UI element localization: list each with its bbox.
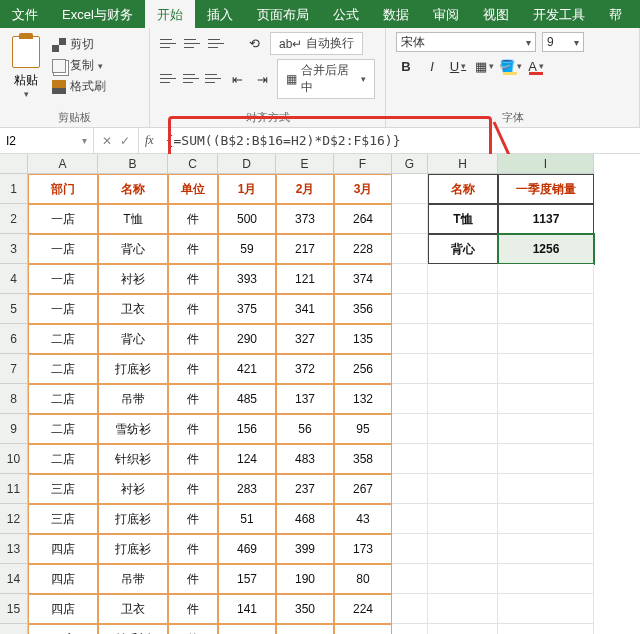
cell-G16[interactable] [392, 624, 428, 634]
cell-C5[interactable]: 件 [168, 294, 218, 324]
tab-review[interactable]: 审阅 [421, 0, 471, 28]
cell-H11[interactable] [428, 474, 498, 504]
row-header-4[interactable]: 4 [0, 264, 28, 294]
cell-C6[interactable]: 件 [168, 324, 218, 354]
cell-G9[interactable] [392, 414, 428, 444]
cell-H3[interactable]: 背心 [428, 234, 498, 264]
cell-E3[interactable]: 217 [276, 234, 334, 264]
cell-C9[interactable]: 件 [168, 414, 218, 444]
cell-G7[interactable] [392, 354, 428, 384]
cell-G8[interactable] [392, 384, 428, 414]
cell-F5[interactable]: 356 [334, 294, 392, 324]
cell-E7[interactable]: 372 [276, 354, 334, 384]
cell-F13[interactable]: 173 [334, 534, 392, 564]
cell-G5[interactable] [392, 294, 428, 324]
cell-A11[interactable]: 三店 [28, 474, 98, 504]
col-header-F[interactable]: F [334, 154, 392, 174]
tab-insert[interactable]: 插入 [195, 0, 245, 28]
cell-A3[interactable]: 一店 [28, 234, 98, 264]
cell-F8[interactable]: 132 [334, 384, 392, 414]
cell-H10[interactable] [428, 444, 498, 474]
indent-inc-icon[interactable]: ⇥ [253, 69, 272, 89]
cell-D4[interactable]: 393 [218, 264, 276, 294]
cell-C10[interactable]: 件 [168, 444, 218, 474]
cell-H5[interactable] [428, 294, 498, 324]
row-header-13[interactable]: 13 [0, 534, 28, 564]
col-header-H[interactable]: H [428, 154, 498, 174]
cell-F11[interactable]: 267 [334, 474, 392, 504]
select-all-corner[interactable] [0, 154, 28, 174]
col-header-G[interactable]: G [392, 154, 428, 174]
cell-B6[interactable]: 背心 [98, 324, 168, 354]
cell-F12[interactable]: 43 [334, 504, 392, 534]
cell-D9[interactable]: 156 [218, 414, 276, 444]
cell-I6[interactable] [498, 324, 594, 354]
align-left-icon[interactable] [160, 72, 177, 86]
cell-F3[interactable]: 228 [334, 234, 392, 264]
align-middle-icon[interactable] [184, 37, 202, 51]
cell-C4[interactable]: 件 [168, 264, 218, 294]
cell-I13[interactable] [498, 534, 594, 564]
cell-A10[interactable]: 二店 [28, 444, 98, 474]
tab-home[interactable]: 开始 [145, 0, 195, 28]
cell-A13[interactable]: 四店 [28, 534, 98, 564]
row-header-7[interactable]: 7 [0, 354, 28, 384]
cell-D14[interactable]: 157 [218, 564, 276, 594]
cell-B3[interactable]: 背心 [98, 234, 168, 264]
cell-I10[interactable] [498, 444, 594, 474]
cell-G15[interactable] [392, 594, 428, 624]
cell-G3[interactable] [392, 234, 428, 264]
row-header-16[interactable]: 16 [0, 624, 28, 634]
cell-B2[interactable]: T恤 [98, 204, 168, 234]
cell-B13[interactable]: 打底衫 [98, 534, 168, 564]
cell-D8[interactable]: 485 [218, 384, 276, 414]
cell-E13[interactable]: 399 [276, 534, 334, 564]
col-header-C[interactable]: C [168, 154, 218, 174]
formula-input[interactable]: {=SUM((B$2:B$16=H2)*D$2:F$16)} [160, 133, 640, 148]
name-box[interactable]: I2 ▾ [0, 128, 94, 153]
cell-C7[interactable]: 件 [168, 354, 218, 384]
tab-help[interactable]: 帮 [597, 0, 634, 28]
cell-D16[interactable]: 204 [218, 624, 276, 634]
cell-B10[interactable]: 针织衫 [98, 444, 168, 474]
cell-H14[interactable] [428, 564, 498, 594]
cell-B7[interactable]: 打底衫 [98, 354, 168, 384]
cell-C2[interactable]: 件 [168, 204, 218, 234]
tab-developer[interactable]: 开发工具 [521, 0, 597, 28]
cell-F7[interactable]: 256 [334, 354, 392, 384]
cell-B11[interactable]: 衬衫 [98, 474, 168, 504]
tab-file[interactable]: 文件 [0, 0, 50, 28]
font-name-select[interactable]: 宋体 [396, 32, 536, 52]
cell-B9[interactable]: 雪纺衫 [98, 414, 168, 444]
cell-F1[interactable]: 3月 [334, 174, 392, 204]
cell-E10[interactable]: 483 [276, 444, 334, 474]
cell-C8[interactable]: 件 [168, 384, 218, 414]
cell-D1[interactable]: 1月 [218, 174, 276, 204]
cell-H6[interactable] [428, 324, 498, 354]
cell-E2[interactable]: 373 [276, 204, 334, 234]
cell-D7[interactable]: 421 [218, 354, 276, 384]
cell-I8[interactable] [498, 384, 594, 414]
cell-A1[interactable]: 部门 [28, 174, 98, 204]
tab-excel-finance[interactable]: Excel与财务 [50, 0, 145, 28]
cell-E6[interactable]: 327 [276, 324, 334, 354]
cell-B14[interactable]: 吊带 [98, 564, 168, 594]
cell-G10[interactable] [392, 444, 428, 474]
cell-F9[interactable]: 95 [334, 414, 392, 444]
indent-dec-icon[interactable]: ⇤ [228, 69, 247, 89]
cell-G1[interactable] [392, 174, 428, 204]
cell-I7[interactable] [498, 354, 594, 384]
cell-E5[interactable]: 341 [276, 294, 334, 324]
cell-A5[interactable]: 一店 [28, 294, 98, 324]
row-header-3[interactable]: 3 [0, 234, 28, 264]
cell-E16[interactable]: 103 [276, 624, 334, 634]
cell-I1[interactable]: 一季度销量 [498, 174, 594, 204]
italic-button[interactable]: I [422, 56, 442, 76]
cell-I3[interactable]: 1256 [498, 234, 594, 264]
row-header-1[interactable]: 1 [0, 174, 28, 204]
fx-icon[interactable]: fx [139, 133, 160, 148]
cell-A9[interactable]: 二店 [28, 414, 98, 444]
cell-D6[interactable]: 290 [218, 324, 276, 354]
cell-B12[interactable]: 打底衫 [98, 504, 168, 534]
tab-formulas[interactable]: 公式 [321, 0, 371, 28]
